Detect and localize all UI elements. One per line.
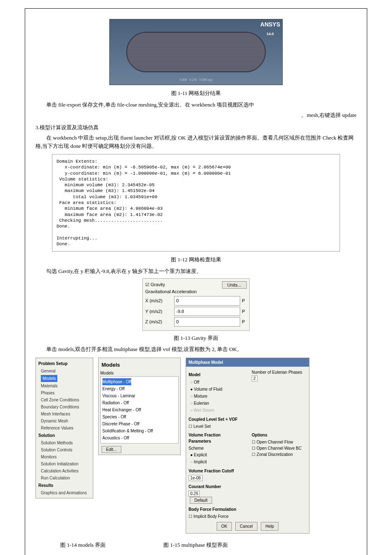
- units-button[interactable]: Units...: [222, 281, 247, 289]
- y-label: Y (m/s2): [145, 308, 174, 315]
- caption-1-15: 图 1-15 multiphase 模型界面: [163, 541, 228, 549]
- caption-1-12: 图 1-12 网格检查结果: [35, 256, 357, 264]
- accel-label: Gravitational Acceleration: [145, 288, 247, 295]
- tree-general[interactable]: General: [38, 368, 91, 375]
- edit-button[interactable]: Edit...: [102, 446, 121, 453]
- tree-panel-1: Problem Setup General Models Materials P…: [35, 358, 93, 498]
- para-3: 勾选 Gavity,在 y 栏输入-9.8,表示在 y 轴乡下加上一个重力加速度…: [35, 267, 357, 275]
- para-2: 在 workbench 中双击 setup,出现 fluent launcher…: [35, 134, 357, 150]
- z-label: Z (m/s2): [145, 318, 174, 325]
- caption-1-14: 图 1-14 models 界面: [60, 541, 106, 549]
- x-input[interactable]: 0: [174, 296, 240, 306]
- caption-1-11: 图 1-11 网格划分结果: [35, 89, 357, 97]
- heading-3: 3.模型计算设置及流场仿真: [35, 123, 357, 132]
- models-panel-1: Models Models Multiphase - Off Energy - …: [98, 358, 181, 455]
- y-input[interactable]: -9.8: [174, 307, 240, 316]
- gravity-panel: Units... Gravity Gravitational Accelerat…: [142, 278, 250, 331]
- multiphase-dialog: Multiphase Model Model Off Volume of Flu…: [186, 358, 309, 534]
- ansys-logo: ANSYS14.0: [260, 20, 280, 38]
- para-1: 单击 file-export 保存文件,单击 file-close meshin…: [35, 101, 357, 109]
- console-output: Domain Extents: x-coordinate: min (m) = …: [52, 154, 340, 251]
- x-label: X (m/s2): [145, 297, 174, 304]
- tree-models[interactable]: Models: [38, 375, 91, 382]
- caption-1-13: 图 1-13 Gavity 界面: [35, 334, 357, 342]
- z-input[interactable]: 0: [174, 317, 240, 327]
- para-1b: 。mesh,右键选择 update: [35, 111, 357, 119]
- para-4: 单击 models,双击打开多相流 multiphase 模型,选择 vof 模…: [35, 345, 357, 353]
- figure-1-11: ANSYS14.0 0.000 0.250 0.500 (m): [35, 19, 357, 85]
